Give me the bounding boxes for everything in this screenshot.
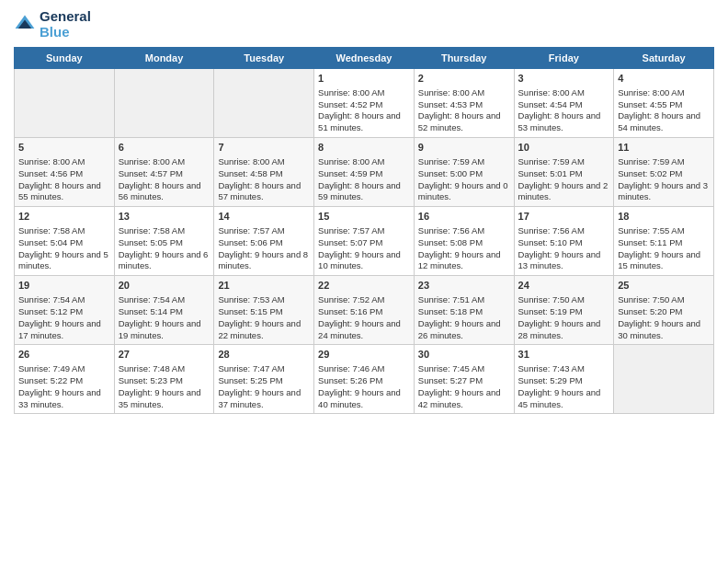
sunrise-text: Sunrise: 8:00 AM [418, 87, 484, 98]
daylight-text: Daylight: 9 hours and 10 minutes. [318, 249, 401, 271]
daylight-text: Daylight: 9 hours and 19 minutes. [119, 318, 201, 340]
sunrise-text: Sunrise: 8:00 AM [318, 87, 384, 98]
daylight-text: Daylight: 9 hours and 26 minutes. [418, 318, 501, 340]
sunset-text: Sunset: 4:54 PM [518, 99, 583, 109]
daylight-text: Daylight: 9 hours and 30 minutes. [618, 318, 700, 340]
sunrise-text: Sunrise: 7:43 AM [518, 363, 585, 373]
daylight-text: Daylight: 9 hours and 28 minutes. [518, 318, 601, 340]
sunrise-text: Sunrise: 7:49 AM [18, 363, 85, 373]
sunset-text: Sunset: 4:57 PM [119, 168, 183, 178]
daylight-text: Daylight: 9 hours and 13 minutes. [518, 249, 601, 271]
day-number: 28 [218, 348, 310, 362]
cell-week1-day3: 1Sunrise: 8:00 AMSunset: 4:52 PMDaylight… [314, 69, 415, 138]
daylight-text: Daylight: 9 hours and 6 minutes. [119, 249, 209, 271]
cell-week2-day6: 11Sunrise: 7:59 AMSunset: 5:02 PMDayligh… [614, 138, 714, 207]
daylight-text: Daylight: 9 hours and 8 minutes. [218, 249, 308, 271]
cell-week2-day0: 5Sunrise: 8:00 AMSunset: 4:56 PMDaylight… [15, 138, 115, 207]
cell-week2-day3: 8Sunrise: 8:00 AMSunset: 4:59 PMDaylight… [314, 138, 415, 207]
sunrise-text: Sunrise: 8:00 AM [218, 156, 284, 167]
calendar-table: SundayMondayTuesdayWednesdayThursdayFrid… [14, 47, 714, 414]
daylight-text: Daylight: 9 hours and 15 minutes. [618, 249, 700, 271]
sunset-text: Sunset: 5:15 PM [218, 306, 282, 316]
daylight-text: Daylight: 9 hours and 33 minutes. [18, 387, 101, 409]
logo-text: General Blue [40, 9, 91, 40]
sunset-text: Sunset: 5:25 PM [218, 375, 282, 385]
day-number: 30 [418, 348, 510, 362]
daylight-text: Daylight: 9 hours and 5 minutes. [18, 249, 108, 271]
cell-week1-day5: 3Sunrise: 8:00 AMSunset: 4:54 PMDaylight… [514, 69, 614, 138]
daylight-text: Daylight: 9 hours and 2 minutes. [518, 180, 609, 202]
daylight-text: Daylight: 9 hours and 17 minutes. [18, 318, 101, 340]
day-number: 1 [318, 72, 410, 86]
cell-week3-day1: 13Sunrise: 7:58 AMSunset: 5:05 PMDayligh… [114, 207, 214, 276]
day-number: 10 [518, 141, 610, 155]
daylight-text: Daylight: 8 hours and 54 minutes. [618, 110, 700, 132]
day-number: 17 [518, 210, 610, 224]
sunset-text: Sunset: 5:05 PM [119, 237, 183, 247]
sunset-text: Sunset: 5:14 PM [119, 306, 183, 316]
header: General Blue [14, 9, 714, 40]
header-day-thursday: Thursday [414, 48, 514, 69]
cell-week2-day5: 10Sunrise: 7:59 AMSunset: 5:01 PMDayligh… [514, 138, 614, 207]
header-day-saturday: Saturday [614, 48, 714, 69]
day-number: 7 [218, 141, 310, 155]
cell-week5-day3: 29Sunrise: 7:46 AMSunset: 5:26 PMDayligh… [314, 345, 415, 414]
sunrise-text: Sunrise: 7:59 AM [418, 156, 484, 167]
header-day-wednesday: Wednesday [314, 48, 415, 69]
day-number: 5 [18, 141, 110, 155]
daylight-text: Daylight: 8 hours and 57 minutes. [218, 180, 301, 202]
daylight-text: Daylight: 8 hours and 52 minutes. [418, 110, 501, 132]
sunrise-text: Sunrise: 7:50 AM [518, 294, 585, 304]
cell-week4-day3: 22Sunrise: 7:52 AMSunset: 5:16 PMDayligh… [314, 276, 415, 345]
cell-week1-day2 [214, 69, 314, 138]
sunrise-text: Sunrise: 7:58 AM [119, 225, 185, 236]
day-number: 23 [418, 279, 510, 293]
cell-week5-day2: 28Sunrise: 7:47 AMSunset: 5:25 PMDayligh… [214, 345, 314, 414]
sunrise-text: Sunrise: 7:53 AM [218, 294, 284, 304]
sunrise-text: Sunrise: 7:45 AM [418, 363, 484, 373]
sunset-text: Sunset: 5:10 PM [518, 237, 583, 247]
cell-week4-day0: 19Sunrise: 7:54 AMSunset: 5:12 PMDayligh… [15, 276, 115, 345]
day-number: 27 [119, 348, 210, 362]
cell-week2-day4: 9Sunrise: 7:59 AMSunset: 5:00 PMDaylight… [414, 138, 514, 207]
cell-week3-day5: 17Sunrise: 7:56 AMSunset: 5:10 PMDayligh… [514, 207, 614, 276]
logo-icon [14, 14, 36, 36]
sunset-text: Sunset: 5:27 PM [418, 375, 483, 385]
day-number: 31 [518, 348, 610, 362]
day-number: 2 [418, 72, 510, 86]
sunset-text: Sunset: 5:08 PM [418, 237, 483, 247]
sunset-text: Sunset: 4:53 PM [418, 99, 483, 109]
cell-week1-day1 [114, 69, 214, 138]
cell-week1-day4: 2Sunrise: 8:00 AMSunset: 4:53 PMDaylight… [414, 69, 514, 138]
day-number: 3 [518, 72, 610, 86]
sunrise-text: Sunrise: 7:46 AM [318, 363, 384, 373]
cell-week3-day2: 14Sunrise: 7:57 AMSunset: 5:06 PMDayligh… [214, 207, 314, 276]
sunrise-text: Sunrise: 7:51 AM [418, 294, 484, 304]
day-number: 9 [418, 141, 510, 155]
day-number: 4 [618, 72, 710, 86]
sunset-text: Sunset: 4:55 PM [618, 99, 682, 109]
day-number: 22 [318, 279, 410, 293]
cell-week3-day0: 12Sunrise: 7:58 AMSunset: 5:04 PMDayligh… [15, 207, 115, 276]
sunset-text: Sunset: 5:01 PM [518, 168, 583, 178]
sunrise-text: Sunrise: 7:54 AM [18, 294, 85, 304]
cell-week3-day3: 15Sunrise: 7:57 AMSunset: 5:07 PMDayligh… [314, 207, 415, 276]
cell-week3-day6: 18Sunrise: 7:55 AMSunset: 5:11 PMDayligh… [614, 207, 714, 276]
cell-week4-day1: 20Sunrise: 7:54 AMSunset: 5:14 PMDayligh… [114, 276, 214, 345]
sunrise-text: Sunrise: 8:00 AM [618, 87, 684, 98]
sunset-text: Sunset: 5:19 PM [518, 306, 583, 316]
header-day-monday: Monday [114, 48, 214, 69]
cell-week5-day0: 26Sunrise: 7:49 AMSunset: 5:22 PMDayligh… [15, 345, 115, 414]
sunset-text: Sunset: 5:11 PM [618, 237, 682, 247]
sunrise-text: Sunrise: 7:59 AM [518, 156, 585, 167]
cell-week4-day4: 23Sunrise: 7:51 AMSunset: 5:18 PMDayligh… [414, 276, 514, 345]
day-number: 26 [18, 348, 110, 362]
daylight-text: Daylight: 9 hours and 12 minutes. [418, 249, 501, 271]
sunset-text: Sunset: 5:04 PM [18, 237, 83, 247]
cell-week1-day0 [15, 69, 115, 138]
sunrise-text: Sunrise: 7:57 AM [318, 225, 384, 236]
sunset-text: Sunset: 5:20 PM [618, 306, 682, 316]
sunrise-text: Sunrise: 8:00 AM [318, 156, 384, 167]
sunrise-text: Sunrise: 7:58 AM [18, 225, 85, 236]
sunset-text: Sunset: 5:26 PM [318, 375, 382, 385]
